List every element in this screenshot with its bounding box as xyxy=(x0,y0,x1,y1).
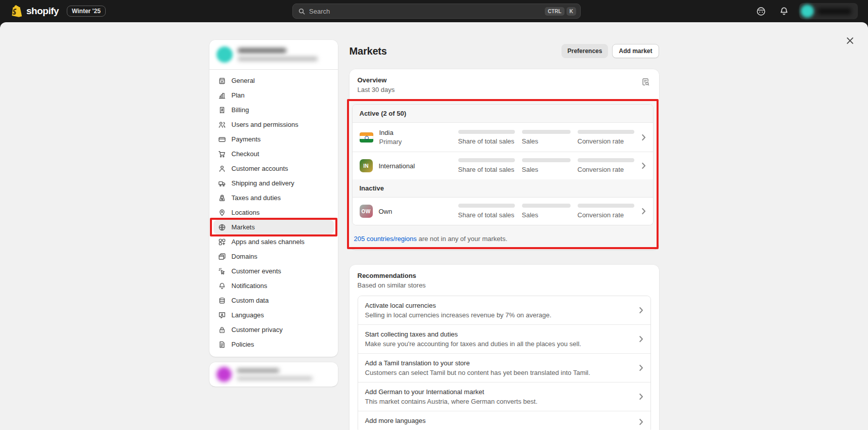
markets-globe-icon xyxy=(218,223,227,231)
sidebar-item-policies[interactable]: Policies xyxy=(213,337,334,352)
sidebar-item-domains[interactable]: Domains xyxy=(213,249,334,264)
user-name-redacted xyxy=(237,368,279,373)
add-market-button[interactable]: Add market xyxy=(612,44,659,58)
store-icon xyxy=(218,76,227,85)
topbar: shopify Winter '25 Search CTRL K xyxy=(0,0,868,22)
sidebar-item-taxes-and-duties[interactable]: Taxes and duties xyxy=(213,190,334,205)
shipping-truck-icon xyxy=(218,179,227,187)
sidebar-item-customer-accounts[interactable]: Customer accounts xyxy=(213,161,334,176)
sidebar-item-languages[interactable]: Languages xyxy=(213,308,334,322)
skeleton-bar xyxy=(458,130,515,134)
chevron-right-icon xyxy=(641,134,646,141)
shopify-brand: shopify Winter '25 xyxy=(10,5,106,18)
user-email-redacted xyxy=(237,376,313,380)
search-input[interactable]: Search CTRL K xyxy=(292,4,581,19)
settings-nav: General Plan Billing Users and permissio… xyxy=(209,70,338,354)
sidebar-item-apps-and-sales-channels[interactable]: Apps and sales channels xyxy=(213,234,334,249)
users-icon xyxy=(218,120,227,129)
close-button[interactable] xyxy=(843,33,857,47)
recommendations-list: Activate local currencies Selling in loc… xyxy=(358,296,651,430)
sidekick-button[interactable] xyxy=(753,3,769,19)
sidebar-item-checkout[interactable]: Checkout xyxy=(213,147,334,161)
metric-label: Share of total sales xyxy=(458,211,515,219)
search-icon xyxy=(298,8,306,15)
metric-label: Share of total sales xyxy=(458,166,515,173)
recommendation-title: Add German to your International market xyxy=(365,388,632,396)
sidebar-item-customer-events[interactable]: Customer events xyxy=(213,264,334,278)
india-flag-icon xyxy=(360,132,373,142)
footer-text: are not in any of your markets. xyxy=(417,235,507,243)
skeleton-bar xyxy=(522,204,571,208)
recommendation-row-activate-local-currencies[interactable]: Activate local currencies Selling in loc… xyxy=(358,296,650,324)
customer-events-cursor-icon xyxy=(218,267,227,275)
privacy-lock-icon xyxy=(218,325,227,334)
metric-label: Sales xyxy=(522,166,571,173)
overview-title: Overview xyxy=(358,76,395,84)
billing-receipt-icon xyxy=(218,106,227,114)
chevron-right-icon xyxy=(639,418,643,425)
overview-card: Overview Last 30 days Active (2 of 50) I… xyxy=(350,69,659,250)
skeleton-bar xyxy=(522,158,571,162)
metric-label: Sales xyxy=(522,137,571,145)
sidebar-item-general[interactable]: General xyxy=(213,73,334,88)
preferences-button[interactable]: Preferences xyxy=(561,44,609,58)
countries-regions-link[interactable]: 205 countries/regions xyxy=(354,235,417,243)
recommendation-description: Customers can select Tamil but no conten… xyxy=(365,369,632,376)
sidebar-item-billing[interactable]: Billing xyxy=(213,103,334,117)
account-menu[interactable] xyxy=(799,3,858,19)
user-avatar xyxy=(216,367,232,382)
sidebar-item-customer-privacy[interactable]: Customer privacy xyxy=(213,322,334,337)
view-report-button[interactable] xyxy=(640,76,651,87)
sidebar-item-notifications[interactable]: Notifications xyxy=(213,278,334,293)
skeleton-bar xyxy=(522,130,571,134)
sidebar-item-locations[interactable]: Locations xyxy=(213,205,334,220)
chevron-right-icon xyxy=(639,336,643,343)
chevron-right-icon xyxy=(641,162,646,169)
sidebar-item-plan[interactable]: Plan xyxy=(213,88,334,103)
recommendation-row-add-a-tamil-translation-to-your-store[interactable]: Add a Tamil translation to your store Cu… xyxy=(358,353,650,382)
sidebar-item-custom-data[interactable]: Custom data xyxy=(213,293,334,308)
release-badge: Winter '25 xyxy=(67,6,106,17)
sidebar-item-payments[interactable]: Payments xyxy=(213,132,334,147)
apps-grid-icon xyxy=(218,237,227,246)
market-row-international[interactable]: IN International Share of total sales Sa… xyxy=(353,152,653,179)
shortcut-key-ctrl: CTRL xyxy=(545,7,565,16)
settings-sidebar: General Plan Billing Users and permissio… xyxy=(209,40,338,357)
account-footer-card[interactable] xyxy=(209,362,338,387)
market-section-header: Active (2 of 50) xyxy=(353,105,653,123)
market-row-own[interactable]: OW Own Share of total sales Sales Conver… xyxy=(353,198,653,225)
markets-list: Active (2 of 50) India Primary Share of … xyxy=(352,104,654,225)
recommendation-row-start-collecting-taxes-and-duties[interactable]: Start collecting taxes and duties Make s… xyxy=(358,324,650,353)
recommendations-subtitle: Based on similar stores xyxy=(358,281,651,289)
recommendations-title: Recommendations xyxy=(358,272,651,279)
skeleton-bar xyxy=(578,130,634,134)
notifications-button[interactable] xyxy=(776,3,792,19)
chevron-right-icon xyxy=(641,208,646,215)
chevron-right-icon xyxy=(639,307,643,314)
close-icon xyxy=(846,37,854,44)
notifications-bell-icon xyxy=(779,6,789,16)
recommendation-row-add-more-languages[interactable]: Add more languages xyxy=(358,411,650,430)
metric-label: Sales xyxy=(522,211,571,219)
recommendations-card: Recommendations Based on similar stores … xyxy=(350,265,659,430)
sidebar-item-markets[interactable]: Markets xyxy=(213,220,334,234)
recommendation-title: Add a Tamil translation to your store xyxy=(365,359,632,367)
recommendation-title: Add more languages xyxy=(365,417,632,424)
settings-dialog: General Plan Billing Users and permissio… xyxy=(0,22,868,430)
sidebar-item-users-and-permissions[interactable]: Users and permissions xyxy=(213,117,334,132)
metric-label: Conversion rate xyxy=(578,166,634,173)
recommendation-description: Make sure you're accounting for taxes an… xyxy=(365,340,632,348)
chevron-right-icon xyxy=(639,364,643,371)
market-name: India xyxy=(379,129,402,136)
recommendation-row-add-german-to-your-international-market[interactable]: Add German to your International market … xyxy=(358,382,650,411)
market-badge-in: IN xyxy=(360,159,373,172)
notification-bell-icon xyxy=(218,281,227,290)
annotation-box-markets-item xyxy=(210,218,337,236)
search-placeholder: Search xyxy=(309,8,543,15)
market-subtitle: Primary xyxy=(379,138,402,146)
market-badge-ow: OW xyxy=(360,205,373,218)
market-row-india[interactable]: India Primary Share of total sales Sales… xyxy=(353,123,653,152)
sidebar-item-shipping-and-delivery[interactable]: Shipping and delivery xyxy=(213,176,334,190)
languages-chat-icon xyxy=(218,311,227,319)
recommendation-description: Selling in local currencies increases re… xyxy=(365,311,632,319)
